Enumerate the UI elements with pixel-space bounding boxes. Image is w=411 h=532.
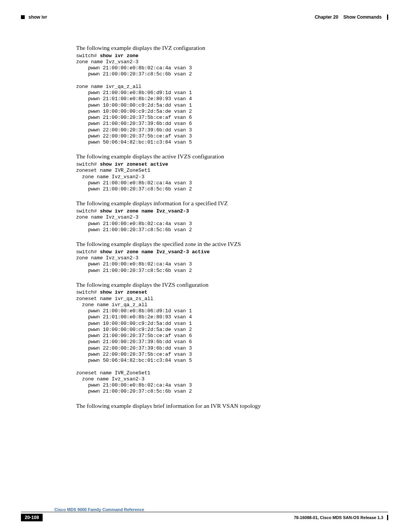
chapter-title: Show Commands: [343, 14, 382, 20]
paragraph: The following example displays the activ…: [76, 152, 354, 161]
page-content: The following example displays the IVZ c…: [76, 44, 354, 411]
paragraph: The following example displays the IVZ c…: [76, 44, 354, 52]
code-block: switch# show ivr zoneset active zoneset …: [76, 161, 354, 192]
footer-bar: 20-108 78-16088-01, Cisco MDS SAN-OS Rel…: [21, 514, 388, 521]
output: zoneset name ivr_qa_zs_all zone name ivr…: [76, 296, 192, 395]
output: zone name Ivz_vsan2-3 pwwn 21:00:00:e0:8…: [76, 214, 192, 233]
paragraph: The following example displays the IVZS …: [76, 281, 354, 289]
footer-bar-icon: [387, 515, 388, 520]
command: show ivr zoneset: [100, 289, 147, 295]
command: show ivr zone name Ivz_vsan2-3: [100, 208, 189, 214]
paragraph: The following example displays brief inf…: [76, 402, 354, 410]
page-header: show ivr Chapter 20 Show Commands: [21, 14, 388, 20]
command: show ivr zone name Ivz_vsan2-3 active: [100, 249, 210, 255]
code-block: switch# show ivr zone name Ivz_vsan2-3 a…: [76, 249, 354, 274]
header-right: Chapter 20 Show Commands: [315, 14, 388, 20]
chapter-label: Chapter 20 Show Commands: [315, 14, 382, 20]
header-left: show ivr: [21, 14, 47, 20]
square-icon: [21, 15, 25, 19]
prompt: switch#: [76, 161, 100, 167]
code-block: switch# show ivr zone zone name Ivz_vsan…: [76, 53, 354, 146]
footer-left: 20-108: [21, 514, 43, 521]
page-footer: Cisco MDS 9000 Family Command Reference …: [21, 507, 388, 521]
prompt: switch#: [76, 289, 100, 295]
footer-right: 78-16088-01, Cisco MDS SAN-OS Release 1.…: [294, 515, 388, 520]
paragraph: The following example displays the speci…: [76, 240, 354, 248]
command-name: show ivr: [29, 14, 47, 20]
code-block: switch# show ivr zone name Ivz_vsan2-3 z…: [76, 208, 354, 233]
book-title: Cisco MDS 9000 Family Command Reference: [54, 507, 388, 512]
output: zone name Ivz_vsan2-3 pwwn 21:00:00:e0:8…: [76, 255, 192, 273]
paragraph: The following example displays informati…: [76, 199, 354, 208]
chapter-number: Chapter 20: [315, 14, 338, 20]
prompt: switch#: [76, 53, 100, 59]
command: show ivr zoneset active: [100, 161, 168, 167]
prompt: switch#: [76, 249, 100, 255]
page-number: 20-108: [21, 514, 43, 521]
output: zoneset name IVR_ZoneSet1 zone name Ivz_…: [76, 168, 192, 192]
output: zone name Ivz_vsan2-3 pwwn 21:00:00:e0:8…: [76, 59, 192, 145]
publication-info: 78-16088-01, Cisco MDS SAN-OS Release 1.…: [294, 515, 383, 520]
code-block: switch# show ivr zoneset zoneset name iv…: [76, 289, 354, 395]
command: show ivr zone: [100, 53, 138, 59]
header-bar-icon: [387, 14, 388, 20]
footer-rule: [21, 512, 388, 512]
prompt: switch#: [76, 208, 100, 214]
